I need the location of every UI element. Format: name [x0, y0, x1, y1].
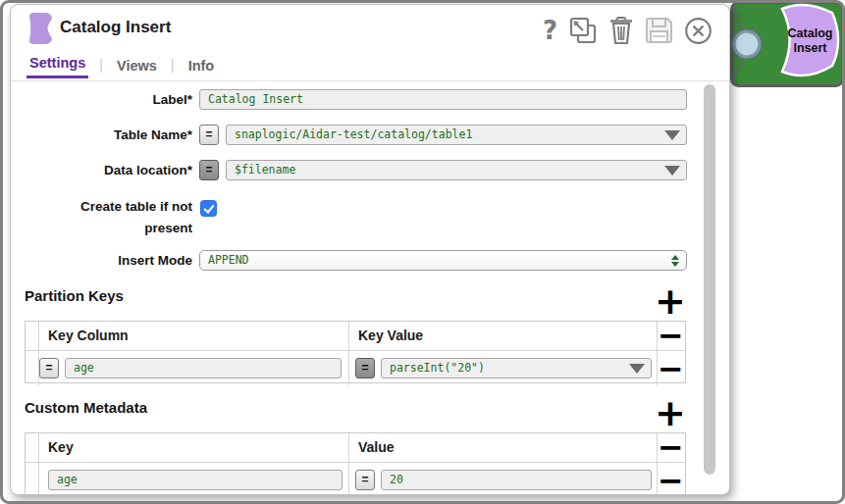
tab-settings[interactable]: Settings: [26, 55, 88, 78]
insert-mode-value: APPEND: [208, 253, 249, 267]
dialog-toolbar: ?: [543, 14, 713, 47]
key-value-expression-toggle[interactable]: =: [355, 358, 375, 378]
create-table-checkbox[interactable]: [200, 200, 217, 217]
tab-bar-divider: [11, 80, 730, 81]
help-icon[interactable]: ?: [543, 16, 557, 45]
custom-metadata-table: Key Value − age = 20 −: [25, 432, 686, 495]
metadata-value-expression-toggle[interactable]: =: [355, 470, 375, 490]
dialog-title: Catalog Insert: [60, 18, 171, 37]
table-name-field-label: Table Name*: [11, 125, 192, 145]
key-value-input[interactable]: parseInt("20"): [381, 358, 652, 378]
column-header-key-column: Key Column: [48, 322, 129, 350]
custom-metadata-add-row-button[interactable]: +: [654, 397, 687, 428]
tab-divider: |: [171, 57, 175, 78]
close-icon[interactable]: [684, 17, 713, 45]
custom-metadata-header-row: Key Value −: [26, 433, 685, 463]
partition-keys-title: Partition Keys: [25, 287, 124, 304]
popout-icon[interactable]: [568, 16, 598, 45]
data-location-value: $filename: [235, 163, 295, 176]
tab-views[interactable]: Views: [114, 58, 160, 78]
key-column-input[interactable]: age: [65, 358, 342, 378]
snap-label: Catalog Insert: [782, 26, 838, 56]
partition-keys-header-row: Key Column Key Value −: [26, 322, 685, 351]
column-header-key: Key: [48, 433, 74, 462]
create-table-field-label: Create table if not present: [45, 196, 192, 239]
partition-keys-table: Key Column Key Value − = age = parseInt(…: [25, 321, 686, 383]
trash-icon[interactable]: [608, 16, 634, 45]
metadata-key-input[interactable]: age: [48, 470, 343, 490]
metadata-value-input[interactable]: 20: [381, 470, 652, 490]
tab-info[interactable]: Info: [185, 58, 218, 78]
insert-mode-select[interactable]: APPEND: [199, 250, 687, 271]
select-spinner-icon: [671, 255, 679, 267]
custom-metadata-title: Custom Metadata: [25, 399, 147, 416]
column-header-key-value: Key Value: [358, 322, 423, 350]
custom-metadata-row: age = 20 −: [26, 463, 685, 495]
data-location-expression-toggle[interactable]: =: [199, 160, 219, 180]
partition-keys-row-remove-button[interactable]: −: [657, 355, 685, 382]
table-name-dropdown-icon[interactable]: [664, 130, 680, 140]
key-value-dropdown-icon[interactable]: [629, 364, 645, 374]
catalog-insert-snap[interactable]: Catalog Insert: [730, 1, 844, 87]
partition-keys-row: = age = parseInt("20") −: [26, 351, 685, 385]
partition-keys-remove-row-button[interactable]: −: [657, 322, 685, 349]
label-field-label: Label*: [11, 89, 192, 110]
data-location-input[interactable]: $filename: [226, 160, 687, 180]
key-column-expression-toggle[interactable]: =: [39, 358, 59, 378]
tab-bar: Settings | Views | Info: [26, 55, 217, 78]
column-header-value: Value: [358, 433, 395, 462]
insert-mode-field-label: Insert Mode: [11, 250, 192, 271]
custom-metadata-remove-row-button[interactable]: −: [657, 433, 685, 461]
save-icon[interactable]: [645, 17, 673, 44]
dialog-scrollbar-thumb[interactable]: [704, 84, 715, 475]
table-name-expression-toggle[interactable]: =: [199, 125, 219, 145]
snap-type-icon: [28, 12, 53, 49]
table-name-input[interactable]: snaplogic/Aidar-test/catalog/table1: [226, 125, 687, 145]
table-name-value: snaplogic/Aidar-test/catalog/table1: [235, 127, 472, 141]
partition-keys-add-row-button[interactable]: +: [654, 285, 687, 317]
label-input[interactable]: Catalog Insert: [199, 89, 687, 110]
key-value-text: parseInt("20"): [390, 361, 485, 375]
snap-settings-dialog: Catalog Insert ?: [10, 4, 730, 495]
input-terminal-icon[interactable]: [734, 31, 760, 57]
data-location-field-label: Data location*: [11, 160, 192, 180]
data-location-dropdown-icon[interactable]: [664, 166, 680, 176]
tab-divider: |: [99, 57, 103, 78]
custom-metadata-row-remove-button[interactable]: −: [657, 467, 685, 494]
